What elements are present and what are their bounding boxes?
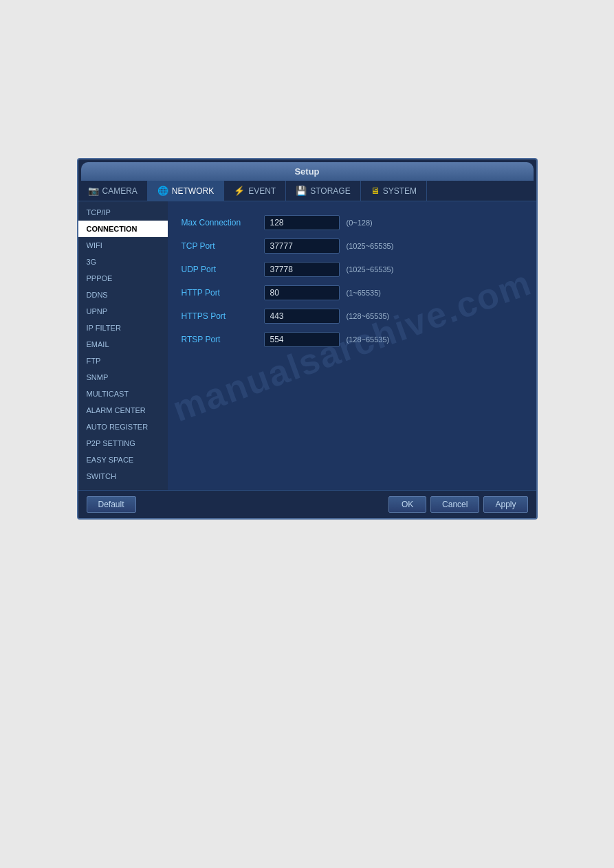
sidebar: TCP/IP CONNECTION WIFI 3G PPPOE DDNS UPN…: [78, 201, 168, 490]
content-area: manualsarchive.com Max Connection (0~128…: [168, 201, 536, 490]
tab-storage-label: STORAGE: [310, 186, 350, 196]
sidebar-item-snmp[interactable]: SNMP: [78, 369, 168, 386]
main-content: TCP/IP CONNECTION WIFI 3G PPPOE DDNS UPN…: [78, 201, 536, 490]
hint-max-connection: (0~128): [347, 219, 373, 227]
form-table: Max Connection (0~128) TCP Port (1025~65…: [182, 215, 523, 347]
network-icon: 🌐: [157, 186, 168, 196]
tab-network[interactable]: 🌐 NETWORK: [148, 181, 224, 201]
hint-http-port: (1~65535): [347, 289, 381, 297]
sidebar-item-upnp[interactable]: UPNP: [78, 303, 168, 320]
window-title: Setup: [294, 166, 319, 177]
sidebar-item-ip-filter[interactable]: IP FILTER: [78, 320, 168, 336]
label-rtsp-port: RTSP Port: [182, 335, 264, 344]
footer-left: Default: [87, 496, 136, 513]
default-button[interactable]: Default: [87, 496, 136, 513]
label-http-port: HTTP Port: [182, 288, 264, 298]
footer-bar: Default OK Cancel Apply: [78, 490, 536, 518]
label-max-connection: Max Connection: [182, 218, 264, 227]
form-row-http-port: HTTP Port (1~65535): [182, 285, 523, 300]
sidebar-item-tcp-ip[interactable]: TCP/IP: [78, 204, 168, 221]
input-udp-port[interactable]: [264, 262, 340, 277]
tab-camera[interactable]: 📷 CAMERA: [78, 181, 148, 201]
tab-event-label: EVENT: [248, 186, 276, 196]
storage-icon: 💾: [296, 186, 307, 196]
ok-button[interactable]: OK: [388, 496, 426, 513]
sidebar-item-wifi[interactable]: WIFI: [78, 237, 168, 254]
tab-network-label: NETWORK: [172, 186, 214, 196]
sidebar-item-p2p-setting[interactable]: P2P SETTING: [78, 435, 168, 452]
sidebar-item-auto-register[interactable]: AUTO REGISTER: [78, 419, 168, 435]
sidebar-item-ftp[interactable]: FTP: [78, 353, 168, 369]
label-tcp-port: TCP Port: [182, 241, 264, 251]
sidebar-item-easy-space[interactable]: EASY SPACE: [78, 452, 168, 468]
footer-right: OK Cancel Apply: [388, 496, 527, 513]
hint-rtsp-port: (128~65535): [347, 335, 390, 344]
sidebar-item-pppoe[interactable]: PPPOE: [78, 270, 168, 287]
apply-button[interactable]: Apply: [483, 496, 527, 513]
hint-tcp-port: (1025~65535): [347, 242, 394, 250]
system-icon: 🖥: [371, 186, 380, 196]
sidebar-item-email[interactable]: EMAIL: [78, 336, 168, 353]
sidebar-item-3g[interactable]: 3G: [78, 254, 168, 270]
form-row-max-connection: Max Connection (0~128): [182, 215, 523, 230]
input-rtsp-port[interactable]: [264, 332, 340, 347]
tab-bar: 📷 CAMERA 🌐 NETWORK ⚡ EVENT 💾 STORAGE 🖥 S…: [78, 181, 536, 201]
hint-https-port: (128~65535): [347, 312, 390, 320]
camera-icon: 📷: [88, 186, 99, 196]
label-udp-port: UDP Port: [182, 265, 264, 274]
label-https-port: HTTPS Port: [182, 311, 264, 321]
title-bar: Setup: [81, 162, 534, 181]
input-http-port[interactable]: [264, 285, 340, 300]
input-https-port[interactable]: [264, 309, 340, 324]
event-icon: ⚡: [234, 186, 245, 196]
sidebar-item-ddns[interactable]: DDNS: [78, 287, 168, 303]
sidebar-item-alarm-center[interactable]: ALARM CENTER: [78, 402, 168, 419]
sidebar-item-connection[interactable]: CONNECTION: [78, 221, 168, 237]
setup-window: Setup 📷 CAMERA 🌐 NETWORK ⚡ EVENT 💾 STORA…: [77, 158, 538, 520]
sidebar-item-multicast[interactable]: MULTICAST: [78, 386, 168, 402]
form-row-tcp-port: TCP Port (1025~65535): [182, 238, 523, 254]
form-row-udp-port: UDP Port (1025~65535): [182, 262, 523, 277]
tab-storage[interactable]: 💾 STORAGE: [286, 181, 360, 201]
input-tcp-port[interactable]: [264, 238, 340, 254]
input-max-connection[interactable]: [264, 215, 340, 230]
form-row-https-port: HTTPS Port (128~65535): [182, 309, 523, 324]
sidebar-item-switch[interactable]: SWITCH: [78, 468, 168, 485]
tab-event[interactable]: ⚡ EVENT: [224, 181, 286, 201]
cancel-button[interactable]: Cancel: [430, 496, 479, 513]
form-row-rtsp-port: RTSP Port (128~65535): [182, 332, 523, 347]
tab-system-label: SYSTEM: [383, 186, 417, 196]
tab-system[interactable]: 🖥 SYSTEM: [361, 181, 427, 201]
hint-udp-port: (1025~65535): [347, 265, 394, 274]
tab-camera-label: CAMERA: [102, 186, 138, 196]
